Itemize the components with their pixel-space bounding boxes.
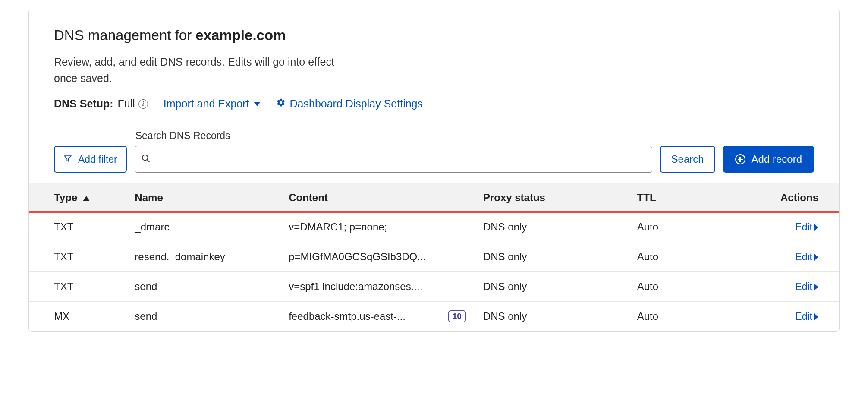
table-row[interactable]: TXT_dmarcv=DMARC1; p=none;DNS onlyAutoEd… <box>29 212 839 242</box>
search-group: Search DNS Records <box>135 130 652 173</box>
chevron-down-icon <box>254 102 261 106</box>
cell-proxy: DNS only <box>475 302 629 331</box>
cell-type: TXT <box>29 272 126 302</box>
col-header-name[interactable]: Name <box>126 183 280 212</box>
edit-button[interactable]: Edit <box>795 251 818 263</box>
setup-row: DNS Setup: Full i Import and Export Dash… <box>54 98 814 110</box>
edit-button[interactable]: Edit <box>795 221 818 233</box>
cell-proxy: DNS only <box>475 242 629 272</box>
search-section: Add filter Search DNS Records Search Add… <box>29 119 839 183</box>
search-input-wrap[interactable] <box>135 146 652 173</box>
search-input[interactable] <box>155 146 646 172</box>
chevron-right-icon <box>814 313 818 320</box>
cell-ttl: Auto <box>629 212 726 242</box>
dns-setup-value: Full i <box>118 98 148 110</box>
priority-badge: 10 <box>448 310 466 322</box>
chevron-right-icon <box>814 224 818 231</box>
table-header-row: Type Name Content Proxy status TTL Actio… <box>29 183 839 212</box>
search-label: Search DNS Records <box>135 130 652 142</box>
add-record-button[interactable]: Add record <box>723 146 814 173</box>
col-header-type[interactable]: Type <box>29 183 126 212</box>
records-table-wrap: Type Name Content Proxy status TTL Actio… <box>29 183 839 331</box>
filter-icon <box>63 154 72 165</box>
page-subtitle: Review, add, and edit DNS records. Edits… <box>54 54 343 86</box>
dns-panel: DNS management for example.com Review, a… <box>28 9 840 332</box>
sort-asc-icon <box>83 196 90 201</box>
cell-content: feedback-smtp.us-east-...10 <box>280 302 475 331</box>
add-filter-button[interactable]: Add filter <box>54 146 127 173</box>
dns-setup-label: DNS Setup: <box>54 98 113 110</box>
col-header-actions: Actions <box>726 183 839 212</box>
cell-content: v=spf1 include:amazonses.... <box>280 272 475 302</box>
col-header-ttl[interactable]: TTL <box>629 183 726 212</box>
cell-actions: Edit <box>726 302 839 331</box>
panel-header: DNS management for example.com Review, a… <box>29 9 839 119</box>
cell-actions: Edit <box>726 242 839 272</box>
cell-name: send <box>126 272 280 302</box>
plus-icon <box>735 154 745 164</box>
svg-line-1 <box>147 159 150 162</box>
info-icon[interactable]: i <box>138 99 148 109</box>
import-export-button[interactable]: Import and Export <box>164 98 261 110</box>
records-table: Type Name Content Proxy status TTL Actio… <box>29 183 839 331</box>
svg-point-0 <box>142 155 148 160</box>
page-title: DNS management for example.com <box>54 27 814 44</box>
edit-button[interactable]: Edit <box>795 281 818 293</box>
cell-type: MX <box>29 302 126 331</box>
cell-content: p=MIGfMA0GCSqGSIb3DQ... <box>280 242 475 272</box>
gear-icon <box>276 98 286 110</box>
chevron-right-icon <box>814 284 818 290</box>
table-row[interactable]: TXTresend._domainkeyp=MIGfMA0GCSqGSIb3DQ… <box>29 242 839 272</box>
display-settings-button[interactable]: Dashboard Display Settings <box>276 98 423 110</box>
cell-actions: Edit <box>726 212 839 242</box>
edit-button[interactable]: Edit <box>795 311 818 322</box>
cell-ttl: Auto <box>629 302 726 331</box>
cell-actions: Edit <box>726 272 839 302</box>
cell-ttl: Auto <box>629 242 726 272</box>
title-domain: example.com <box>195 27 286 43</box>
col-header-proxy[interactable]: Proxy status <box>475 183 629 212</box>
cell-content: v=DMARC1; p=none; <box>280 212 475 242</box>
cell-name: resend._domainkey <box>126 242 280 272</box>
cell-proxy: DNS only <box>475 212 629 242</box>
table-row[interactable]: TXTsendv=spf1 include:amazonses....DNS o… <box>29 272 839 302</box>
title-prefix: DNS management for <box>54 27 195 43</box>
search-button[interactable]: Search <box>660 146 715 173</box>
table-row[interactable]: MXsendfeedback-smtp.us-east-...10DNS onl… <box>29 302 839 331</box>
search-icon <box>141 154 151 165</box>
cell-name: send <box>126 302 280 331</box>
cell-type: TXT <box>29 212 126 242</box>
cell-proxy: DNS only <box>475 272 629 302</box>
cell-name: _dmarc <box>126 212 280 242</box>
cell-ttl: Auto <box>629 272 726 302</box>
cell-type: TXT <box>29 242 126 272</box>
col-header-content[interactable]: Content <box>280 183 475 212</box>
chevron-right-icon <box>814 254 818 261</box>
